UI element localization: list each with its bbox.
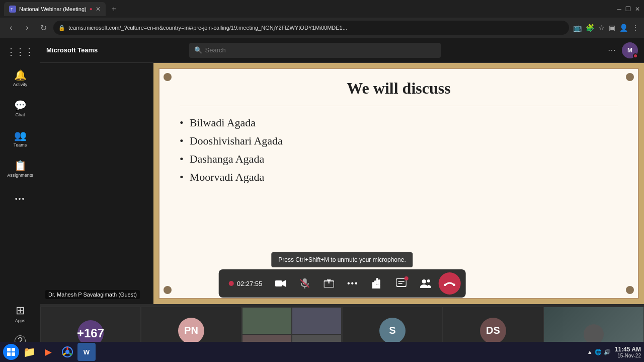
profile-icon[interactable]: 👤	[619, 24, 628, 32]
svg-marker-3	[282, 280, 286, 287]
cast-icon[interactable]: 📺	[573, 24, 582, 32]
svg-text:T: T	[11, 8, 13, 11]
sidebar-icon[interactable]: ▣	[609, 24, 615, 32]
presenter-name: Dr. Mahesh P Savalagimath (Guest)	[45, 290, 140, 299]
app-header: Microsoft Teams 🔍 ⋯ M	[40, 38, 644, 63]
sidebar-grid-icon[interactable]: ⋮⋮⋮	[0, 42, 40, 62]
svg-rect-21	[7, 348, 11, 351]
extensions-icon[interactable]: 🧩	[586, 24, 594, 32]
svg-rect-13	[372, 285, 380, 288]
main-content: Microsoft Teams 🔍 ⋯ M	[40, 38, 644, 362]
more-options-icon[interactable]: ⋯	[608, 45, 616, 55]
reload-button[interactable]: ↻	[37, 23, 49, 33]
tab-title: National Webinar (Meeting)	[19, 6, 87, 12]
taskbar-date-display: 15-Nov-22	[615, 353, 641, 358]
apps-icon: ⊞	[16, 304, 25, 317]
taskbar-word[interactable]: W	[77, 343, 96, 361]
lock-icon: 🔒	[58, 25, 65, 31]
taskbar-time-display: 11:45 AM	[615, 346, 641, 353]
window-restore-icon[interactable]: ❐	[625, 6, 631, 13]
address-bar[interactable]: 🔒 teams.microsoft.com/_?culture=en-in&co…	[53, 21, 569, 35]
chat-label: Chat	[15, 112, 25, 117]
browser-titlebar: T National Webinar (Meeting) ● ✕ + ─ ❐ ✕	[0, 0, 644, 18]
search-input[interactable]	[205, 46, 436, 54]
record-indicator: 02:27:55	[224, 280, 268, 287]
overflow-count: +167	[77, 326, 104, 340]
toolbar-actions: 📺 🧩 ☆ ▣ 👤 ⋮	[573, 24, 639, 32]
mute-tooltip: Press Ctrl+Shift+M to unmute your microp…	[271, 252, 413, 267]
mute-button[interactable]	[293, 272, 315, 295]
left-panel	[40, 63, 153, 304]
tab-recording-icon: ●	[90, 6, 93, 12]
bookmark-icon[interactable]: ☆	[598, 24, 605, 32]
ds-avatar: DS	[480, 318, 506, 344]
search-bar[interactable]: 🔍	[189, 43, 441, 58]
browser-tab[interactable]: T National Webinar (Meeting) ● ✕	[4, 2, 106, 16]
slide-divider	[180, 106, 618, 106]
slide-item-2: Dooshivishari Agada	[180, 134, 618, 148]
taskbar-media[interactable]: ▶	[39, 343, 57, 361]
taskbar-right: ▲ 🌐 🔊 11:45 AM 15-Nov-22	[587, 346, 641, 358]
taskbar-arrow-icon[interactable]: ▲	[587, 349, 593, 355]
sidebar-item-activity[interactable]: 🔔 Activity	[0, 64, 40, 92]
browser-chrome: T National Webinar (Meeting) ● ✕ + ─ ❐ ✕…	[0, 0, 644, 38]
svg-rect-23	[7, 352, 11, 356]
ss-avatar: S	[379, 318, 406, 344]
slide-title: We will discuss	[180, 79, 618, 98]
tab-add-icon[interactable]: +	[112, 5, 116, 14]
taskbar-chrome[interactable]	[58, 343, 76, 361]
apps-label: Apps	[15, 318, 26, 323]
taskbar: 📁 ▶ W ▲ 🌐 🔊 11:45 AM 15-Nov-22	[0, 342, 644, 362]
tab-favicon: T	[9, 6, 16, 13]
back-button[interactable]: ‹	[5, 23, 17, 32]
app-name: Microsoft Teams	[46, 46, 98, 54]
participants-button[interactable]	[414, 272, 436, 295]
more-actions-button[interactable]: •••	[342, 272, 364, 295]
svg-rect-2	[275, 280, 282, 286]
more-actions-icon: •••	[347, 279, 359, 288]
chat-button[interactable]	[390, 272, 412, 295]
record-time: 02:27:55	[237, 280, 263, 287]
start-button[interactable]	[3, 344, 19, 360]
tab-close-icon[interactable]: ✕	[96, 6, 101, 13]
window-close-icon[interactable]: ✕	[635, 6, 640, 13]
slide-item-3: Dashanga Agada	[180, 153, 618, 166]
user-avatar[interactable]: M	[622, 42, 638, 58]
taskbar-files[interactable]: 📁	[20, 343, 38, 361]
url-text: teams.microsoft.com/_?culture=en-in&coun…	[68, 25, 347, 31]
forward-button[interactable]: ›	[21, 23, 33, 32]
slide-container: We will discuss Bilwadi Agada Dooshivish…	[153, 63, 644, 304]
sidebar-item-apps[interactable]: ⊞ Apps	[0, 300, 40, 328]
svg-rect-24	[12, 352, 15, 356]
svg-point-26	[65, 350, 69, 354]
taskbar-sys-icons: ▲ 🌐 🔊	[587, 349, 611, 355]
taskbar-sound-icon[interactable]: 🔊	[604, 349, 611, 355]
svg-point-17	[422, 279, 426, 283]
meeting-controls: 02:27:55 •••	[219, 269, 466, 298]
activity-label: Activity	[13, 82, 28, 87]
slide-item-1: Bilwadi Agada	[180, 116, 618, 129]
assignments-label: Assignments	[7, 173, 33, 178]
taskbar-clock: 11:45 AM 15-Nov-22	[615, 346, 641, 358]
search-icon: 🔍	[194, 46, 202, 54]
activity-icon: 🔔	[14, 69, 27, 81]
end-call-button[interactable]	[438, 272, 460, 295]
svg-rect-10	[378, 279, 380, 285]
svg-rect-11	[374, 280, 376, 285]
sidebar-item-assignments[interactable]: 📋 Assignments	[0, 155, 40, 183]
video-toggle-button[interactable]	[269, 272, 291, 295]
raise-hand-button[interactable]	[366, 272, 388, 295]
sidebar-item-teams[interactable]: 👥 Teams	[0, 124, 40, 153]
window-minimize-icon[interactable]: ─	[617, 6, 621, 13]
chat-notification-badge	[404, 276, 408, 280]
share-button[interactable]	[317, 272, 340, 295]
sidebar-item-chat[interactable]: 💬 Chat	[0, 94, 40, 122]
slide-item-4: Moorvadi Agada	[180, 171, 618, 184]
grid-icon: ⋮⋮⋮	[7, 46, 34, 57]
slide-corner-bl	[164, 286, 172, 294]
svg-point-18	[427, 279, 430, 282]
menu-icon[interactable]: ⋮	[632, 24, 639, 32]
pn-avatar: PN	[178, 318, 204, 344]
sidebar-item-more[interactable]: •••	[0, 185, 40, 213]
sidebar: ⋮⋮⋮ 🔔 Activity 💬 Chat 👥 Teams 📋 Assignme…	[0, 38, 40, 362]
